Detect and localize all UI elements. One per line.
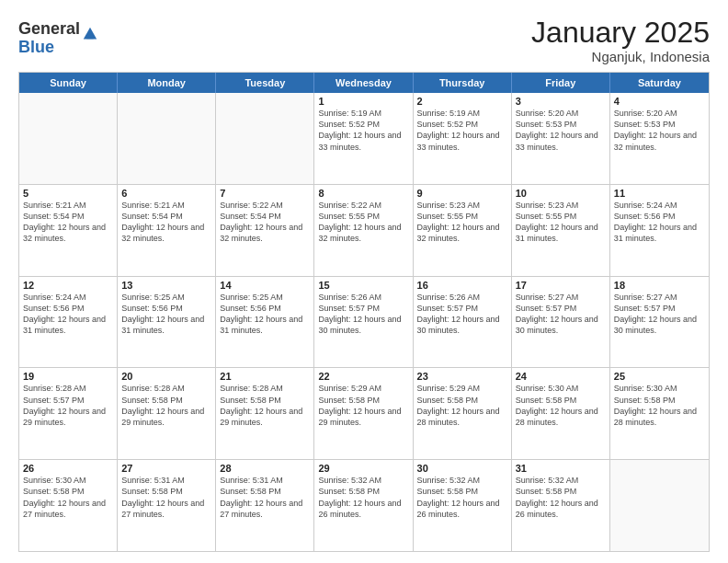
logo: General Blue [18, 20, 98, 57]
calendar: SundayMondayTuesdayWednesdayThursdayFrid… [18, 72, 710, 552]
day-number: 24 [516, 371, 606, 382]
calendar-cell: 20Sunrise: 5:28 AMSunset: 5:58 PMDayligh… [118, 368, 216, 459]
day-number: 14 [220, 280, 310, 291]
calendar-cell [610, 460, 709, 551]
calendar-cell: 8Sunrise: 5:22 AMSunset: 5:55 PMDaylight… [314, 185, 413, 276]
day-info: Sunrise: 5:26 AMSunset: 5:57 PMDaylight:… [417, 292, 507, 337]
day-number: 3 [516, 96, 606, 107]
weekday-header: Monday [118, 73, 216, 93]
calendar-row: 26Sunrise: 5:30 AMSunset: 5:58 PMDayligh… [19, 459, 709, 551]
calendar-cell: 10Sunrise: 5:23 AMSunset: 5:55 PMDayligh… [512, 185, 610, 276]
calendar-cell: 12Sunrise: 5:24 AMSunset: 5:56 PMDayligh… [19, 277, 118, 368]
day-number: 15 [318, 280, 408, 291]
day-number: 2 [417, 96, 507, 107]
day-number: 11 [614, 188, 705, 199]
calendar-cell: 4Sunrise: 5:20 AMSunset: 5:53 PMDaylight… [610, 93, 709, 184]
calendar-cell: 11Sunrise: 5:24 AMSunset: 5:56 PMDayligh… [610, 185, 709, 276]
weekday-header: Sunday [19, 73, 118, 93]
day-number: 20 [121, 371, 211, 382]
calendar-cell: 13Sunrise: 5:25 AMSunset: 5:56 PMDayligh… [118, 277, 216, 368]
day-info: Sunrise: 5:19 AMSunset: 5:52 PMDaylight:… [318, 108, 408, 153]
day-info: Sunrise: 5:23 AMSunset: 5:55 PMDaylight:… [516, 200, 606, 245]
day-info: Sunrise: 5:29 AMSunset: 5:58 PMDaylight:… [318, 383, 408, 428]
month-title: January 2025 [531, 17, 710, 49]
page-header: General Blue January 2025 Nganjuk, Indon… [18, 17, 710, 64]
day-number: 12 [23, 280, 113, 291]
day-info: Sunrise: 5:20 AMSunset: 5:53 PMDaylight:… [516, 108, 606, 153]
day-info: Sunrise: 5:24 AMSunset: 5:56 PMDaylight:… [23, 292, 113, 337]
day-info: Sunrise: 5:30 AMSunset: 5:58 PMDaylight:… [614, 383, 705, 428]
day-number: 16 [417, 280, 507, 291]
day-info: Sunrise: 5:26 AMSunset: 5:57 PMDaylight:… [318, 292, 408, 337]
calendar-row: 19Sunrise: 5:28 AMSunset: 5:57 PMDayligh… [19, 367, 709, 459]
calendar-cell: 14Sunrise: 5:25 AMSunset: 5:56 PMDayligh… [216, 277, 314, 368]
calendar-cell: 23Sunrise: 5:29 AMSunset: 5:58 PMDayligh… [414, 368, 512, 459]
weekday-header: Friday [512, 73, 610, 93]
day-info: Sunrise: 5:22 AMSunset: 5:55 PMDaylight:… [318, 200, 408, 245]
day-info: Sunrise: 5:28 AMSunset: 5:57 PMDaylight:… [23, 383, 113, 428]
day-info: Sunrise: 5:28 AMSunset: 5:58 PMDaylight:… [220, 383, 310, 428]
day-number: 22 [318, 371, 408, 382]
calendar-cell: 22Sunrise: 5:29 AMSunset: 5:58 PMDayligh… [314, 368, 413, 459]
day-info: Sunrise: 5:22 AMSunset: 5:54 PMDaylight:… [220, 200, 310, 245]
day-number: 29 [318, 463, 408, 474]
calendar-cell: 16Sunrise: 5:26 AMSunset: 5:57 PMDayligh… [414, 277, 512, 368]
calendar-cell: 21Sunrise: 5:28 AMSunset: 5:58 PMDayligh… [216, 368, 314, 459]
calendar-cell: 15Sunrise: 5:26 AMSunset: 5:57 PMDayligh… [314, 277, 413, 368]
day-number: 23 [417, 371, 507, 382]
day-number: 8 [318, 188, 408, 199]
day-info: Sunrise: 5:31 AMSunset: 5:58 PMDaylight:… [121, 475, 211, 520]
day-info: Sunrise: 5:21 AMSunset: 5:54 PMDaylight:… [121, 200, 211, 245]
day-number: 25 [614, 371, 705, 382]
calendar-row: 12Sunrise: 5:24 AMSunset: 5:56 PMDayligh… [19, 276, 709, 368]
location: Nganjuk, Indonesia [531, 49, 710, 64]
calendar-cell: 2Sunrise: 5:19 AMSunset: 5:52 PMDaylight… [414, 93, 512, 184]
day-number: 19 [23, 371, 113, 382]
day-info: Sunrise: 5:31 AMSunset: 5:58 PMDaylight:… [220, 475, 310, 520]
calendar-cell: 24Sunrise: 5:30 AMSunset: 5:58 PMDayligh… [512, 368, 610, 459]
day-info: Sunrise: 5:24 AMSunset: 5:56 PMDaylight:… [614, 200, 705, 245]
day-number: 4 [614, 96, 705, 107]
day-info: Sunrise: 5:25 AMSunset: 5:56 PMDaylight:… [220, 292, 310, 337]
calendar-cell: 28Sunrise: 5:31 AMSunset: 5:58 PMDayligh… [216, 460, 314, 551]
logo-blue: Blue [18, 39, 80, 57]
calendar-cell: 29Sunrise: 5:32 AMSunset: 5:58 PMDayligh… [314, 460, 413, 551]
day-info: Sunrise: 5:32 AMSunset: 5:58 PMDaylight:… [417, 475, 507, 520]
day-info: Sunrise: 5:27 AMSunset: 5:57 PMDaylight:… [516, 292, 606, 337]
day-number: 5 [23, 188, 113, 199]
day-info: Sunrise: 5:30 AMSunset: 5:58 PMDaylight:… [23, 475, 113, 520]
day-info: Sunrise: 5:21 AMSunset: 5:54 PMDaylight:… [23, 200, 113, 245]
calendar-cell: 26Sunrise: 5:30 AMSunset: 5:58 PMDayligh… [19, 460, 118, 551]
calendar-cell: 9Sunrise: 5:23 AMSunset: 5:55 PMDaylight… [414, 185, 512, 276]
weekday-header: Tuesday [216, 73, 314, 93]
logo-general: General [18, 20, 80, 39]
calendar-cell: 30Sunrise: 5:32 AMSunset: 5:58 PMDayligh… [414, 460, 512, 551]
calendar-cell: 31Sunrise: 5:32 AMSunset: 5:58 PMDayligh… [512, 460, 610, 551]
day-number: 13 [121, 280, 211, 291]
calendar-cell: 7Sunrise: 5:22 AMSunset: 5:54 PMDaylight… [216, 185, 314, 276]
day-number: 10 [516, 188, 606, 199]
calendar-cell [118, 93, 216, 184]
calendar-cell: 25Sunrise: 5:30 AMSunset: 5:58 PMDayligh… [610, 368, 709, 459]
day-number: 18 [614, 280, 705, 291]
day-number: 6 [121, 188, 211, 199]
day-info: Sunrise: 5:27 AMSunset: 5:57 PMDaylight:… [614, 292, 705, 337]
day-number: 27 [121, 463, 211, 474]
day-info: Sunrise: 5:25 AMSunset: 5:56 PMDaylight:… [121, 292, 211, 337]
day-info: Sunrise: 5:32 AMSunset: 5:58 PMDaylight:… [516, 475, 606, 520]
day-number: 21 [220, 371, 310, 382]
calendar-body: 1Sunrise: 5:19 AMSunset: 5:52 PMDaylight… [19, 93, 709, 551]
day-info: Sunrise: 5:30 AMSunset: 5:58 PMDaylight:… [516, 383, 606, 428]
calendar-cell: 3Sunrise: 5:20 AMSunset: 5:53 PMDaylight… [512, 93, 610, 184]
calendar-cell [216, 93, 314, 184]
calendar-page: General Blue January 2025 Nganjuk, Indon… [0, 0, 728, 563]
calendar-row: 1Sunrise: 5:19 AMSunset: 5:52 PMDaylight… [19, 93, 709, 184]
day-number: 1 [318, 96, 408, 107]
day-number: 7 [220, 188, 310, 199]
calendar-cell: 17Sunrise: 5:27 AMSunset: 5:57 PMDayligh… [512, 277, 610, 368]
calendar-cell: 27Sunrise: 5:31 AMSunset: 5:58 PMDayligh… [118, 460, 216, 551]
title-block: January 2025 Nganjuk, Indonesia [531, 17, 710, 64]
calendar-row: 5Sunrise: 5:21 AMSunset: 5:54 PMDaylight… [19, 184, 709, 276]
calendar-header: SundayMondayTuesdayWednesdayThursdayFrid… [19, 73, 709, 93]
calendar-cell: 19Sunrise: 5:28 AMSunset: 5:57 PMDayligh… [19, 368, 118, 459]
